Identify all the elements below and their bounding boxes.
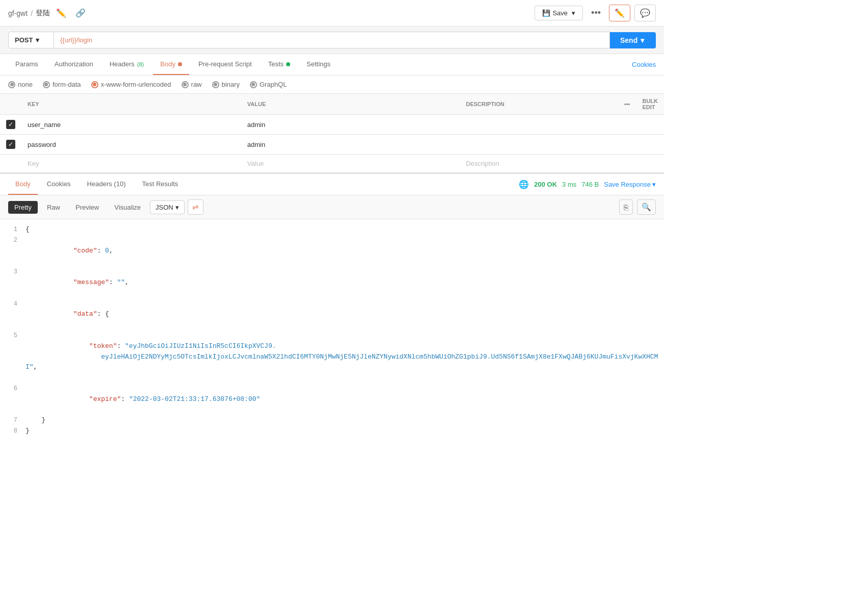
option-x-www-form-urlencoded[interactable]: x-www-form-urlencoded (91, 81, 171, 88)
save-button[interactable]: 💾 Save ▾ (534, 6, 583, 20)
cookies-link[interactable]: Cookies (632, 55, 656, 74)
table-row: ✓ password admin (0, 135, 664, 155)
option-graphql[interactable]: GraphQL (250, 81, 287, 88)
save-dropdown-arrow[interactable]: ▾ (572, 9, 575, 17)
params-table: KEY VALUE DESCRIPTION ••• Bulk Edit ✓ us… (0, 94, 664, 173)
breadcrumb-separator: / (31, 9, 33, 17)
line-num-2: 2 (0, 235, 25, 245)
empty-check (0, 155, 21, 173)
code-line-4: 4 "data": { (0, 299, 664, 331)
option-none[interactable]: none (8, 81, 33, 88)
chat-action-button[interactable]: 💬 (634, 5, 656, 21)
edit-icon-btn[interactable]: ✏️ (53, 6, 69, 20)
body-dot (178, 62, 182, 66)
save-response-button[interactable]: Save Response ▾ (604, 181, 656, 188)
code-content-4: "data": { (25, 299, 664, 331)
row2-key[interactable]: password (21, 135, 241, 155)
response-toolbar: Pretty Raw Preview Visualize JSON ▾ ⇌ ⎘ … (0, 195, 664, 219)
row2-extra (636, 135, 664, 155)
send-dropdown-arrow[interactable]: ▾ (641, 36, 644, 44)
tab-body[interactable]: Body (153, 54, 189, 75)
line-num-1: 1 (0, 224, 25, 235)
tab-authorization[interactable]: Authorization (47, 54, 100, 75)
save-label: Save (552, 9, 568, 17)
wrap-button[interactable]: ⇌ (188, 199, 203, 215)
format-select[interactable]: JSON ▾ (150, 200, 185, 214)
top-bar-actions: 💾 Save ▾ ••• ✏️ 💬 (534, 5, 656, 21)
tab-settings[interactable]: Settings (299, 54, 338, 75)
resp-tab-test-results[interactable]: Test Results (135, 174, 185, 195)
th-key: KEY (21, 94, 241, 115)
th-value: VALUE (241, 94, 460, 115)
request-tabs: Params Authorization Headers (8) Body Pr… (0, 54, 664, 75)
radio-binary[interactable] (212, 81, 219, 88)
radio-x-www[interactable] (91, 81, 98, 88)
radio-form-data[interactable] (43, 81, 50, 88)
code-line-3: 3 "message": "", (0, 267, 664, 298)
radio-graphql[interactable] (250, 81, 257, 88)
view-preview[interactable]: Preview (69, 201, 105, 214)
option-binary[interactable]: binary (212, 81, 240, 88)
method-select[interactable]: POST ▾ (8, 32, 54, 48)
line-num-7: 7 (0, 415, 25, 425)
row2-desc[interactable] (460, 135, 618, 155)
format-arrow: ▾ (175, 204, 179, 211)
row2-actions (618, 135, 636, 155)
url-input[interactable] (54, 32, 610, 48)
label-form-data: form-data (53, 81, 81, 88)
row2-check[interactable]: ✓ (0, 135, 21, 155)
row1-desc[interactable] (460, 115, 618, 135)
row1-value[interactable]: admin (241, 115, 460, 135)
empty-extra (636, 155, 664, 173)
view-raw[interactable]: Raw (41, 201, 66, 214)
empty-key[interactable]: Key (21, 155, 241, 173)
code-content-7: } (25, 415, 664, 426)
pencil-action-button[interactable]: ✏️ (609, 5, 630, 21)
tab-pre-request[interactable]: Pre-request Script (191, 54, 259, 75)
top-bar: gf-gwt / 登陆 ✏️ 🔗 💾 Save ▾ ••• ✏️ 💬 (0, 0, 664, 27)
label-x-www: x-www-form-urlencoded (101, 81, 171, 88)
line-num-3: 3 (0, 267, 25, 277)
format-label: JSON (156, 204, 173, 211)
empty-desc[interactable]: Description (460, 155, 618, 173)
code-content-2: "code": 0, (25, 235, 664, 267)
empty-value[interactable]: Value (241, 155, 460, 173)
row1-check[interactable]: ✓ (0, 115, 21, 135)
response-time: 3 ms (562, 181, 576, 188)
radio-raw[interactable] (182, 81, 189, 88)
code-content-8: } (25, 426, 664, 437)
code-content-3: "message": "", (25, 267, 664, 298)
resp-tab-cookies[interactable]: Cookies (40, 174, 78, 195)
search-response-button[interactable]: 🔍 (637, 199, 656, 215)
breadcrumb: gf-gwt / 登陆 ✏️ 🔗 (8, 6, 89, 20)
th-bulk-edit[interactable]: Bulk Edit (636, 94, 664, 115)
radio-none[interactable] (8, 81, 15, 88)
method-label: POST (15, 36, 33, 44)
more-button[interactable]: ••• (587, 6, 605, 20)
send-button[interactable]: Send ▾ (610, 32, 656, 48)
tab-headers[interactable]: Headers (8) (103, 54, 151, 75)
breadcrumb-parent[interactable]: gf-gwt (8, 9, 28, 17)
view-pretty[interactable]: Pretty (8, 201, 38, 214)
copy-response-button[interactable]: ⎘ (619, 199, 633, 215)
body-type-options: none form-data x-www-form-urlencoded raw… (0, 75, 664, 94)
line-num-5: 5 (0, 331, 25, 341)
link-icon-btn[interactable]: 🔗 (72, 6, 89, 20)
th-check (0, 94, 21, 115)
option-raw[interactable]: raw (182, 81, 202, 88)
view-visualize[interactable]: Visualize (108, 201, 147, 214)
tab-params[interactable]: Params (8, 54, 45, 75)
status-ok: 200 OK (534, 181, 557, 188)
line-num-8: 8 (0, 426, 25, 436)
headers-badge: (8) (137, 61, 144, 67)
tests-dot (286, 62, 290, 66)
row2-value[interactable]: admin (241, 135, 460, 155)
tab-tests[interactable]: Tests (261, 54, 297, 75)
label-raw: raw (191, 81, 202, 88)
resp-actions: ⎘ 🔍 (619, 199, 656, 215)
resp-tab-headers[interactable]: Headers (10) (80, 174, 133, 195)
code-line-6: 6 "expire": "2022-03-02T21:33:17.63076+0… (0, 384, 664, 415)
option-form-data[interactable]: form-data (43, 81, 81, 88)
resp-tab-body[interactable]: Body (8, 174, 38, 195)
row1-key[interactable]: user_name (21, 115, 241, 135)
